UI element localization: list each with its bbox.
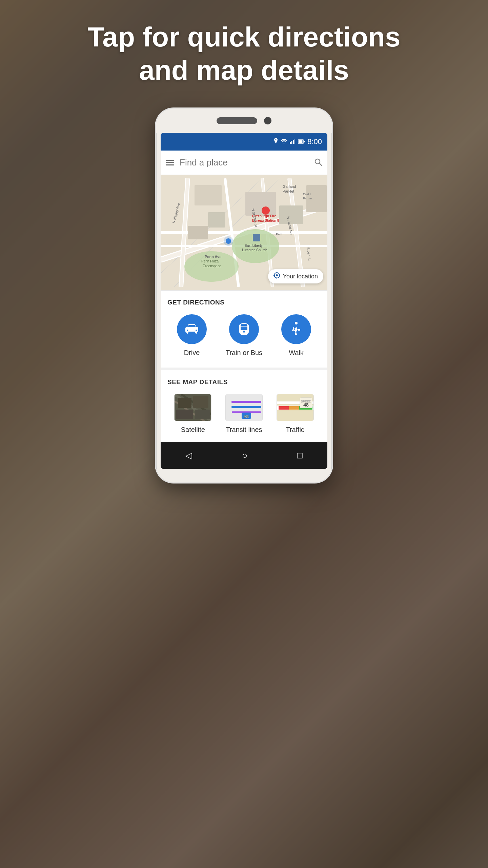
svg-text:Garland: Garland <box>283 184 296 189</box>
satellite-label: Satellite <box>181 426 205 434</box>
get-directions-section: GET DIRECTIONS Drive <box>161 290 327 368</box>
status-time: 8:00 <box>307 137 322 146</box>
android-nav-bar: ◁ ○ □ <box>161 442 327 469</box>
traffic-thumbnail[interactable]: SPEED 48 <box>277 394 314 421</box>
satellite-detail-item[interactable]: Satellite <box>174 394 211 434</box>
home-button[interactable]: ○ <box>239 448 250 463</box>
map-details-row: Satellite <box>167 394 321 434</box>
traffic-thumb-bg: SPEED 48 <box>277 394 313 421</box>
train-direction-item[interactable]: Train or Bus <box>226 314 262 357</box>
svg-rect-17 <box>195 185 222 205</box>
svg-rect-55 <box>178 398 191 408</box>
traffic-label: Traffic <box>286 426 304 434</box>
transit-thumbnail[interactable]: 🚌 <box>225 394 263 421</box>
svg-point-45 <box>276 274 278 276</box>
location-status-icon <box>273 138 278 146</box>
svg-text:Parklet: Parklet <box>283 189 294 193</box>
phone-top <box>156 108 332 133</box>
target-icon <box>273 272 280 281</box>
svg-rect-58 <box>195 410 210 419</box>
your-location-label: Your location <box>283 273 318 280</box>
your-location-button[interactable]: Your location <box>268 269 323 283</box>
svg-rect-6 <box>304 141 305 142</box>
hamburger-menu-icon[interactable] <box>166 157 174 168</box>
headline-line2: and map details <box>27 54 461 87</box>
satellite-thumbnail[interactable] <box>174 394 211 421</box>
svg-rect-7 <box>166 160 174 161</box>
headline: Tap for quick directions and map details <box>0 20 488 87</box>
svg-rect-56 <box>193 396 208 408</box>
train-circle[interactable] <box>229 314 259 344</box>
map-details-section-title: SEE MAP DETAILS <box>167 378 321 386</box>
svg-text:🚌: 🚌 <box>244 413 249 418</box>
phone-bottom <box>156 469 332 482</box>
directions-row: Drive Train or Bus <box>167 314 321 359</box>
svg-point-50 <box>295 322 298 324</box>
drive-circle[interactable] <box>177 314 207 344</box>
svg-text:East L: East L <box>303 193 312 196</box>
svg-rect-22 <box>188 226 208 239</box>
status-bar: 8:00 <box>161 133 327 151</box>
transit-label: Transit lines <box>226 426 262 434</box>
walk-direction-item[interactable]: Walk <box>281 314 311 357</box>
recent-apps-button[interactable]: □ <box>294 448 305 463</box>
transit-thumb-bg: 🚌 <box>226 394 262 421</box>
transit-detail-item[interactable]: 🚌 Transit lines <box>225 394 263 434</box>
search-icon[interactable] <box>314 157 322 168</box>
svg-rect-1 <box>291 141 292 144</box>
status-icons: 8:00 <box>273 137 322 146</box>
traffic-detail-item[interactable]: SPEED 48 Traffic <box>277 394 314 434</box>
train-label: Train or Bus <box>226 349 262 357</box>
svg-text:Pem...: Pem... <box>276 233 285 236</box>
svg-text:48: 48 <box>303 402 309 408</box>
svg-rect-18 <box>208 212 225 228</box>
battery-status-icon <box>298 138 305 145</box>
signal-status-icon <box>290 138 295 145</box>
drive-label: Drive <box>184 349 200 357</box>
search-input[interactable] <box>180 157 309 168</box>
svg-text:Greenspace: Greenspace <box>203 264 221 268</box>
map-details-section: SEE MAP DETAILS <box>161 368 327 442</box>
svg-rect-2 <box>293 140 294 144</box>
svg-text:Penn Plaza: Penn Plaza <box>201 259 219 263</box>
svg-rect-19 <box>245 192 276 216</box>
svg-rect-57 <box>176 410 193 419</box>
phone-shell: 8:00 <box>156 108 332 482</box>
svg-text:Farme...: Farme... <box>303 197 314 200</box>
svg-rect-5 <box>299 140 303 143</box>
walk-circle[interactable] <box>281 314 311 344</box>
map-area[interactable]: Garland Parklet East L Farme... Pittsbur… <box>161 175 327 290</box>
walk-label: Walk <box>289 349 304 357</box>
svg-point-43 <box>224 236 233 246</box>
svg-rect-8 <box>166 162 174 163</box>
svg-text:Penn Ave: Penn Ave <box>205 255 221 259</box>
svg-line-11 <box>320 163 322 165</box>
back-button[interactable]: ◁ <box>183 448 195 463</box>
phone-camera <box>264 117 271 124</box>
wifi-status-icon <box>281 138 287 145</box>
directions-section-title: GET DIRECTIONS <box>167 299 321 306</box>
phone-screen: 8:00 <box>161 133 327 469</box>
satellite-thumb-bg <box>175 394 211 421</box>
drive-direction-item[interactable]: Drive <box>177 314 207 357</box>
svg-text:East Liberty: East Liberty <box>245 244 263 248</box>
svg-rect-0 <box>290 142 291 144</box>
headline-line1: Tap for quick directions <box>27 20 461 54</box>
svg-rect-3 <box>294 139 296 144</box>
search-bar[interactable] <box>161 151 327 175</box>
svg-rect-9 <box>166 164 174 165</box>
svg-text:Lutheran Church: Lutheran Church <box>242 248 267 252</box>
svg-rect-30 <box>253 234 260 241</box>
svg-point-27 <box>262 206 270 215</box>
phone-speaker <box>217 117 257 124</box>
